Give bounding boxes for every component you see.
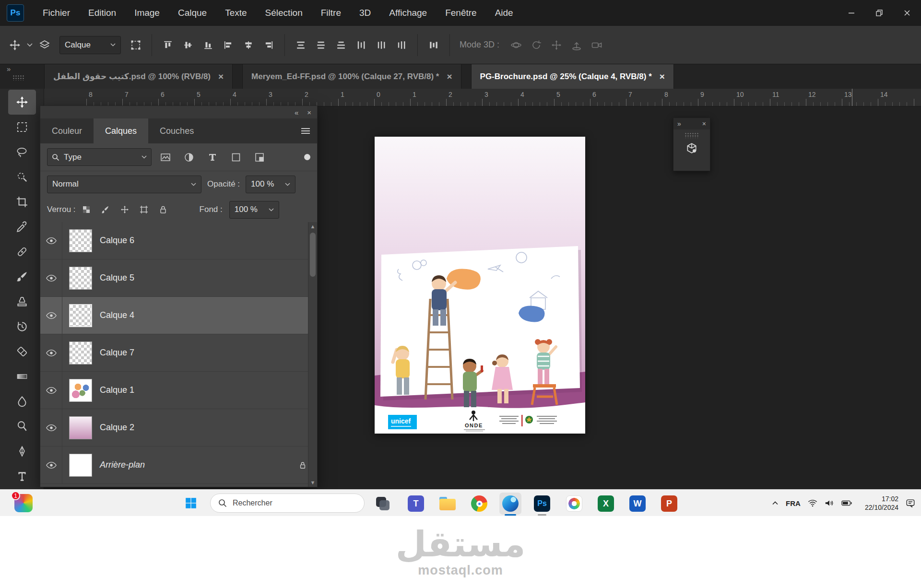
pen-tool[interactable] <box>8 439 36 464</box>
teams-icon[interactable]: T <box>405 493 427 515</box>
lock-all-icon[interactable] <box>154 201 172 218</box>
3d-orbit-icon[interactable] <box>506 35 526 56</box>
scroll-down-icon[interactable]: ▼ <box>308 480 317 485</box>
lock-pixels-icon[interactable] <box>97 201 114 218</box>
document-tab-3-active[interactable]: PG-Brochure.psd @ 25% (Calque 4, RVB/8) … <box>471 64 674 89</box>
layer-name[interactable]: Calque 6 <box>100 235 134 246</box>
spot-healing-brush-tool[interactable] <box>8 239 36 264</box>
distribute-middle-icon[interactable] <box>311 35 331 56</box>
distribute-center-icon[interactable] <box>371 35 391 56</box>
align-left-icon[interactable] <box>218 35 238 56</box>
panel-collapse-button[interactable]: « <box>295 108 298 117</box>
file-explorer-icon[interactable] <box>437 493 459 515</box>
visibility-toggle[interactable] <box>40 297 62 334</box>
3d-camera-icon[interactable] <box>587 35 607 56</box>
tab-couleur[interactable]: Couleur <box>40 118 94 143</box>
align-top-icon[interactable] <box>158 35 178 56</box>
layer-row[interactable]: Calque 7 <box>40 334 317 372</box>
toolbar-grip-dots[interactable] <box>12 75 25 81</box>
lock-position-icon[interactable] <box>116 201 133 218</box>
filter-smart-object-icon[interactable] <box>250 148 269 166</box>
search-input[interactable] <box>233 499 343 507</box>
close-button[interactable] <box>893 0 921 26</box>
mini-panel-collapse[interactable]: » <box>677 120 681 128</box>
target-select[interactable]: Calque <box>59 36 121 54</box>
filter-adjustment-icon[interactable] <box>179 148 199 166</box>
eraser-tool[interactable] <box>8 339 36 364</box>
scroll-up-icon[interactable]: ▲ <box>308 223 317 229</box>
align-right-icon[interactable] <box>259 35 279 56</box>
visibility-toggle[interactable] <box>40 372 62 409</box>
visibility-toggle[interactable] <box>40 259 62 296</box>
toolbar-toggle-icon[interactable]: » <box>7 66 11 72</box>
layer-row-selected[interactable]: Calque 4 <box>40 297 317 334</box>
move-tool-icon[interactable] <box>5 35 25 56</box>
filter-text-icon[interactable] <box>203 148 222 166</box>
clock[interactable]: 17:02 22/10/2024 <box>865 494 898 512</box>
visibility-toggle[interactable] <box>40 447 62 483</box>
panel-close-button[interactable]: × <box>307 108 311 117</box>
taskbar-search[interactable] <box>210 494 365 513</box>
photoshop-icon[interactable]: Ps <box>531 493 553 515</box>
transform-controls-icon[interactable] <box>126 35 146 56</box>
menu-item[interactable]: Filtre <box>312 0 350 26</box>
visibility-toggle[interactable] <box>40 222 62 259</box>
layer-thumbnail[interactable] <box>69 379 92 402</box>
layer-thumbnail[interactable] <box>69 454 92 477</box>
menu-item[interactable]: Sélection <box>256 0 312 26</box>
layer-name[interactable]: Calque 7 <box>100 348 134 358</box>
clone-stamp-tool[interactable] <box>8 289 36 314</box>
align-middle-icon[interactable] <box>178 35 198 56</box>
3d-roll-icon[interactable] <box>526 35 546 56</box>
tray-app-icon[interactable]: 1 <box>14 494 33 512</box>
type-tool[interactable] <box>8 464 36 489</box>
wifi-icon[interactable] <box>808 499 817 507</box>
powerpoint-icon[interactable]: P <box>658 493 680 515</box>
3d-slide-icon[interactable] <box>567 35 587 56</box>
document-tab-1[interactable]: كتيب حقوق الطفل.psd @ 100% (RVB/8) × <box>44 64 233 89</box>
filter-shape-icon[interactable] <box>226 148 246 166</box>
quick-selection-tool[interactable] <box>8 165 36 189</box>
history-brush-tool[interactable] <box>8 314 36 339</box>
task-view-icon[interactable] <box>372 493 394 515</box>
crop-tool[interactable] <box>8 189 36 214</box>
restore-button[interactable] <box>865 0 893 26</box>
menu-item[interactable]: Image <box>125 0 169 26</box>
tab-close-icon[interactable]: × <box>660 71 665 82</box>
fill-select[interactable]: 100 % <box>229 201 279 219</box>
menu-item[interactable]: Texte <box>216 0 256 26</box>
align-bottom-icon[interactable] <box>198 35 218 56</box>
gradient-tool[interactable] <box>8 364 36 389</box>
distribute-bottom-icon[interactable] <box>331 35 351 56</box>
filter-pin-toggle[interactable] <box>304 154 310 160</box>
edge-icon[interactable] <box>499 493 521 515</box>
menu-item[interactable]: Affichage <box>380 0 436 26</box>
opacity-select[interactable]: 100 % <box>246 176 295 193</box>
menu-item[interactable]: 3D <box>350 0 380 26</box>
lasso-tool[interactable] <box>8 140 36 165</box>
menu-item[interactable]: Aide <box>486 0 522 26</box>
menu-item[interactable]: Fenêtre <box>436 0 485 26</box>
chevron-down-icon[interactable] <box>25 35 35 56</box>
layer-row[interactable]: Calque 1 <box>40 372 317 409</box>
minimize-button[interactable] <box>838 0 865 26</box>
distribute-right-icon[interactable] <box>391 35 412 56</box>
language-indicator[interactable]: FRA <box>786 499 801 507</box>
type-filter-select[interactable]: Type <box>47 148 152 166</box>
layer-thumbnail[interactable] <box>69 229 92 252</box>
layer-name[interactable]: Calque 5 <box>100 273 134 283</box>
panel-menu-icon[interactable] <box>301 118 317 143</box>
tab-calques[interactable]: Calques <box>94 118 148 143</box>
3d-pan-icon[interactable] <box>546 35 567 56</box>
align-center-icon[interactable] <box>238 35 259 56</box>
tray-chevron-icon[interactable] <box>772 501 779 506</box>
layer-name[interactable]: Calque 4 <box>100 310 134 320</box>
mini-panel-close[interactable]: × <box>702 120 706 128</box>
move-tool[interactable] <box>8 90 36 115</box>
horizontal-ruler[interactable]: 8765432101234567891011121314 <box>44 89 921 106</box>
menu-item[interactable]: Fichier <box>34 0 79 26</box>
layer-row[interactable]: Calque 5 <box>40 259 317 297</box>
blur-tool[interactable] <box>8 389 36 414</box>
eyedropper-tool[interactable] <box>8 214 36 239</box>
excel-icon[interactable]: X <box>595 493 617 515</box>
